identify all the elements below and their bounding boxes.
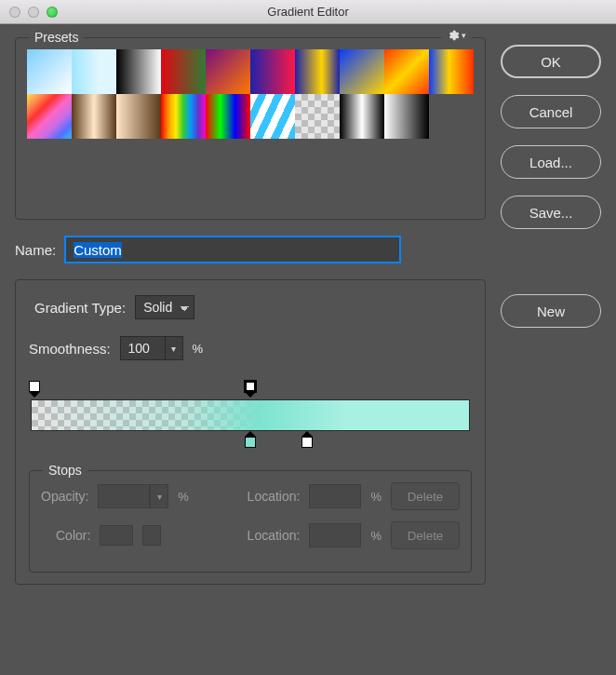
presets-menu-button[interactable]: ▾	[441, 29, 472, 42]
stop-location-unit: %	[370, 529, 382, 543]
stop-location-label: Location:	[248, 528, 301, 543]
stop-location-label: Location:	[248, 489, 301, 504]
gradient-name-input[interactable]	[65, 236, 400, 263]
preset-swatch[interactable]	[295, 49, 340, 94]
chevron-down-icon[interactable]	[165, 336, 183, 360]
preset-swatch[interactable]	[161, 49, 206, 94]
preset-swatch[interactable]	[384, 94, 429, 139]
preset-swatch[interactable]	[340, 94, 384, 139]
ok-button[interactable]: OK	[501, 45, 601, 78]
preset-swatch[interactable]	[27, 49, 72, 94]
gradient-type-select[interactable]: Solid	[135, 295, 194, 319]
smoothness-label: Smoothness:	[29, 341, 111, 357]
preset-swatch[interactable]	[340, 49, 384, 94]
title-bar: Gradient Editor	[0, 0, 616, 24]
delete-opacity-stop-button[interactable]: Delete	[391, 482, 460, 510]
name-label: Name:	[15, 242, 56, 258]
preset-swatch[interactable]	[161, 94, 206, 139]
load-button[interactable]: Load...	[501, 145, 601, 179]
opacity-stop[interactable]	[243, 381, 258, 396]
gradient-preview[interactable]	[31, 399, 470, 431]
gradient-ramp[interactable]	[31, 377, 470, 457]
preset-swatch[interactable]	[116, 94, 161, 139]
preset-swatch[interactable]	[250, 49, 295, 94]
color-stop[interactable]	[300, 431, 315, 446]
stop-color-swatch[interactable]	[100, 525, 133, 546]
stop-opacity-label: Opacity:	[41, 489, 88, 504]
preset-swatch[interactable]	[206, 49, 250, 94]
chevron-down-icon[interactable]	[142, 525, 161, 546]
stop-opacity-unit: %	[178, 490, 189, 504]
presets-label: Presets	[29, 30, 84, 45]
preset-swatch[interactable]	[295, 94, 340, 139]
gradient-settings-panel: Gradient Type: Solid Smoothness: %	[15, 279, 486, 585]
stop-opacity-input[interactable]	[98, 484, 168, 508]
stop-location-input[interactable]	[309, 484, 361, 508]
delete-color-stop-button[interactable]: Delete	[391, 521, 460, 549]
gradient-type-label: Gradient Type:	[34, 300, 126, 316]
preset-swatch[interactable]	[429, 49, 474, 94]
window-title: Gradient Editor	[0, 5, 616, 19]
preset-swatch[interactable]	[384, 49, 429, 94]
preset-swatch[interactable]	[72, 94, 116, 139]
stop-color-label: Color:	[56, 528, 90, 543]
opacity-stop[interactable]	[27, 381, 42, 396]
stops-panel: Stops Opacity: % Location: % Delete Colo…	[29, 470, 472, 573]
save-button[interactable]: Save...	[501, 196, 601, 229]
smoothness-input[interactable]	[120, 336, 183, 360]
color-stop[interactable]	[243, 431, 258, 446]
new-button[interactable]: New	[501, 294, 601, 328]
preset-swatch[interactable]	[72, 49, 116, 94]
preset-swatch[interactable]	[27, 94, 72, 139]
chevron-down-icon: ▾	[462, 31, 466, 40]
presets-panel: Presets ▾	[15, 37, 486, 220]
stop-color-location-input[interactable]	[309, 523, 361, 547]
smoothness-unit: %	[193, 342, 204, 356]
preset-grid	[27, 49, 474, 139]
cancel-button[interactable]: Cancel	[501, 95, 601, 128]
preset-swatch[interactable]	[116, 49, 161, 94]
gear-icon	[447, 29, 460, 42]
stop-location-unit: %	[370, 490, 382, 504]
preset-swatch[interactable]	[206, 94, 250, 139]
preset-swatch[interactable]	[250, 94, 295, 139]
stops-label: Stops	[43, 463, 87, 478]
